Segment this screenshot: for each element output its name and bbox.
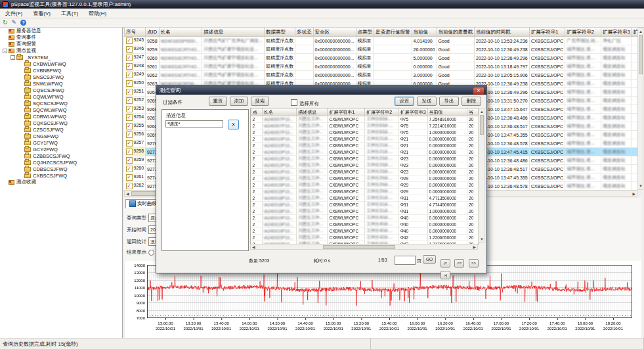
- table-row[interactable]: 2\A240015P10...川西北工作...CXBWLW\OPC工作区29井.…: [251, 175, 479, 182]
- column-header[interactable]: 序号: [125, 28, 146, 37]
- column-header[interactable]: 是否进行值报警: [374, 28, 412, 37]
- column-header[interactable]: 点: [251, 108, 263, 116]
- column-header[interactable]: 描述信息: [297, 108, 328, 116]
- sidebar-item-cqjhzcscsjfwq[interactable]: CQJHZCSCSJFWQ: [0, 159, 122, 166]
- column-header[interactable]: 点ID: [146, 28, 160, 37]
- sidebar-item-cqkscsjfwq[interactable]: CQKSCSJFWQ: [0, 120, 122, 126]
- table-row[interactable]: 2\A240007P10...川西北工作...CXBWLW\OPC工作区63井.…: [251, 116, 479, 123]
- next-page-button[interactable]: >>: [469, 259, 479, 268]
- table-row[interactable]: ✓92489261W240016CRTHO...川西北气矿遂宁增压站压...双精…: [125, 62, 639, 71]
- sidebar-item-查询报警[interactable]: 查询报警: [0, 41, 122, 47]
- sidebar-item-sqcwlwfwq[interactable]: SQCWLWFWQ: [0, 106, 122, 113]
- sidebar-item-sqcscsjfwq[interactable]: SQCSCSJFWQ: [0, 100, 122, 106]
- table-row[interactable]: 2\A240019P10...川西北工作...CXBWLW\OPC工作区40井.…: [251, 228, 479, 235]
- sidebar-item-_system_[interactable]: -_SYSTEM_: [0, 54, 122, 60]
- sidebar-item-测点收藏[interactable]: 测点收藏: [0, 179, 122, 185]
- checkbox-icon[interactable]: [291, 99, 297, 106]
- sidebar-item-cqscsjfwq[interactable]: CQSCSJFWQ: [0, 87, 122, 93]
- sidebar-item-查询事件[interactable]: 查询事件: [0, 34, 122, 41]
- column-header[interactable]: 扩展字符串1: [529, 28, 565, 37]
- sidebar-item-cxbscsjfwq[interactable]: CXBSCSJFWQ: [0, 172, 122, 179]
- column-header[interactable]: 当前值: [412, 28, 437, 37]
- table-row[interactable]: 2\A240007P10...川西北工作...CXBWLW\OPC工作区63井.…: [251, 123, 479, 129]
- settings-button[interactable]: 设置: [395, 97, 414, 106]
- menu-item[interactable]: 帮助(H): [83, 9, 112, 18]
- column-header[interactable]: 安全区: [313, 28, 356, 37]
- dialog-title-bar[interactable]: 测点查询 ✕: [156, 85, 486, 95]
- sidebar-item-服务器信息[interactable]: 服务器信息: [0, 28, 122, 34]
- column-header[interactable]: 当前值的质量戳: [437, 28, 475, 37]
- table-row[interactable]: 2\A240012P10...川西北工作...CXBWLW\OPC工作区23井.…: [251, 162, 479, 169]
- column-header[interactable]: 当前值的时间戳: [475, 28, 530, 37]
- close-icon[interactable]: ✕: [473, 87, 484, 95]
- go-button[interactable]: GO: [423, 255, 436, 264]
- scroll-left-icon[interactable]: ◀: [126, 192, 129, 196]
- table-row[interactable]: ✓92479260W240016CRTHO...川西北气矿遂宁增压站压...双精…: [125, 54, 639, 62]
- scroll-right-icon[interactable]: ▶: [473, 245, 476, 249]
- sidebar-item-czbbscsjfwq[interactable]: CZBBSCSJFWQ: [0, 152, 122, 159]
- select-all-checkbox[interactable]: 选择所有: [291, 99, 319, 107]
- filter-value-input[interactable]: [165, 120, 223, 128]
- sidebar-item-gcy1fwq[interactable]: GCY1FWQ: [0, 139, 122, 146]
- help-icon[interactable]: ?: [20, 20, 26, 26]
- column-header[interactable]: 扩展字符串3: [398, 108, 427, 116]
- clear-filter-button[interactable]: X: [228, 120, 239, 129]
- column-header[interactable]: 点类型: [356, 28, 374, 37]
- add-button[interactable]: 添加: [230, 97, 248, 106]
- sidebar-item-czscsjfwq[interactable]: CZSCSJFWQ: [0, 126, 122, 133]
- column-header[interactable]: 扩展字符串3: [601, 28, 632, 37]
- result-table-hscrollbar[interactable]: ◀ ▶: [250, 244, 478, 250]
- table-row[interactable]: 2\A240019P10...川西北工作...CXBWLW\OPC工作区40井.…: [251, 221, 479, 228]
- column-header[interactable]: 当: [467, 108, 479, 116]
- prev-page-button[interactable]: <<: [454, 259, 464, 268]
- delete-button[interactable]: 删除: [462, 97, 481, 106]
- scroll-up-icon[interactable]: ▲: [480, 110, 484, 114]
- sidebar-item-cqwlwfwq[interactable]: CQWLWFWQ: [0, 93, 122, 100]
- last-page-button[interactable]: >|: [440, 271, 450, 279]
- sidebar-item-cdbwlwfwq[interactable]: CDBWLWFWQ: [0, 113, 122, 120]
- menu-item[interactable]: 工具(T): [56, 9, 83, 18]
- result-list-radio[interactable]: [148, 250, 154, 256]
- scroll-up-icon[interactable]: ▲: [639, 30, 643, 34]
- table-row[interactable]: 2\A240012P10...川西北工作...CXBWLW\OPC工作区23井.…: [251, 169, 479, 175]
- result-table-vscrollbar[interactable]: ▲ ▼: [479, 108, 484, 243]
- column-header[interactable]: 数据类型: [265, 28, 295, 37]
- page-number-input[interactable]: [395, 256, 416, 265]
- sidebar-item-snwlwfwq[interactable]: SNWLWFWQ: [0, 80, 122, 87]
- scroll-down-icon[interactable]: ▼: [480, 237, 484, 241]
- column-header[interactable]: 长名: [159, 28, 202, 37]
- table-row[interactable]: 2\A240010P10...川西北工作...CXBWLW\OPC工作区21井.…: [251, 136, 479, 143]
- column-header[interactable]: 扩展字符串2: [365, 108, 399, 116]
- export-button[interactable]: 导出: [439, 97, 459, 106]
- scroll-down-icon[interactable]: ▼: [639, 184, 643, 188]
- sidebar-item-snscsjfwq[interactable]: SNSCSJFWQ: [0, 74, 122, 80]
- table-row[interactable]: 2\A240018P10...川西北工作...CXBWLW\OPC工作区31井.…: [251, 195, 479, 202]
- sidebar-item-cdbscsjfwq[interactable]: CDBSCSJFWQ: [0, 166, 122, 172]
- edit-curve-icon[interactable]: ✎: [12, 20, 17, 26]
- send-button[interactable]: 发送: [417, 97, 437, 106]
- expander-icon[interactable]: -: [11, 55, 15, 60]
- table-row[interactable]: 2\A240010P10...川西北工作...CXBWLW\OPC工作区21井.…: [251, 149, 479, 156]
- table-row[interactable]: 2\A240010P10...川西北工作...CXBWLW\OPC工作区21井.…: [251, 143, 479, 149]
- table-row[interactable]: 2\A240007P10...川西北工作...CXBWLW\OPC工作区63井.…: [251, 129, 479, 136]
- reset-button[interactable]: 重置: [209, 97, 227, 106]
- table-row[interactable]: 2\A240015P10...川西北工作...CXBWLW\OPC工作区29井.…: [251, 189, 479, 195]
- sidebar-item-gcy2fwq[interactable]: GCY2FWQ: [0, 146, 122, 152]
- expander-icon[interactable]: -: [3, 49, 7, 53]
- menu-item[interactable]: 文件(F): [0, 9, 28, 18]
- column-header[interactable]: 长名: [262, 108, 297, 116]
- table-row[interactable]: 2\A240020P10...川西北工作...CXBWLW\OPC工作区42井.…: [251, 235, 479, 241]
- sidebar-item-cxbnbfwq[interactable]: CXBNBFWQ: [0, 67, 122, 74]
- table-row[interactable]: ✓92469259W240016CRTHO...川西北气矿遂宁增压站压...双精…: [125, 45, 639, 54]
- scroll-left-icon[interactable]: ◀: [252, 245, 255, 249]
- table-row[interactable]: 2\A240012P10...川西北工作...CXBWLW\OPC工作区23井.…: [251, 156, 479, 162]
- column-header[interactable]: 当前值: [427, 108, 467, 116]
- table-row[interactable]: 2\A240019P10...川西北工作...CXBWLW\OPC工作区40井.…: [251, 215, 479, 221]
- refresh-icon[interactable]: ↻: [3, 20, 8, 26]
- column-header[interactable]: 扩展字符串1: [328, 108, 365, 116]
- table-row[interactable]: 2\A240018P10...川西北工作...CXBWLW\OPC工作区31井.…: [251, 208, 479, 215]
- first-page-button[interactable]: |<: [440, 259, 450, 268]
- table-row[interactable]: ✓92459258W2401603PI000...川西北气矿广元净化厂调压...…: [125, 37, 639, 45]
- sidebar-item-cngsfwq[interactable]: CNGSFWQ: [0, 133, 122, 139]
- title-bar[interactable]: pSpace监视工具(服务器:127.0.0.1,登录用户:admin): [0, 0, 644, 9]
